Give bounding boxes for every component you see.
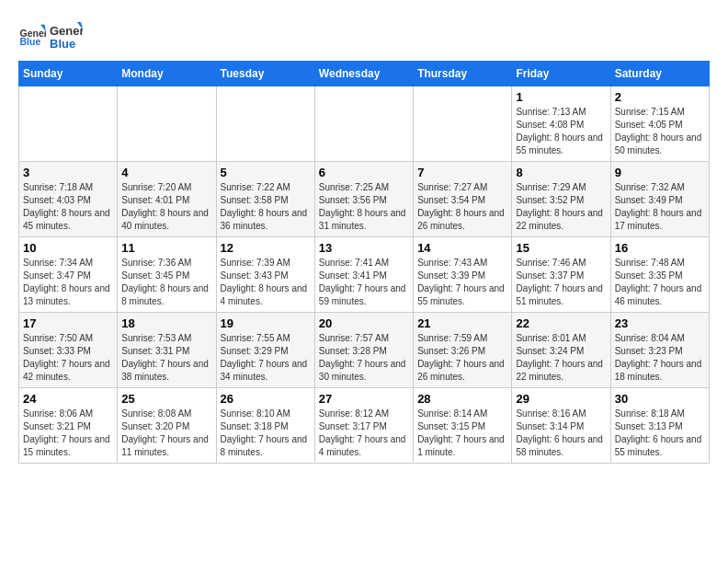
- calendar-cell: [118, 86, 216, 162]
- day-info: Sunrise: 8:10 AM Sunset: 3:18 PM Dayligh…: [221, 408, 311, 459]
- day-number: 2: [615, 90, 705, 104]
- day-info: Sunrise: 7:46 AM Sunset: 3:37 PM Dayligh…: [516, 257, 606, 308]
- day-number: 25: [121, 392, 211, 406]
- calendar-cell: 5Sunrise: 7:22 AM Sunset: 3:58 PM Daylig…: [216, 162, 314, 237]
- day-number: 6: [319, 166, 409, 179]
- day-number: 24: [23, 392, 113, 406]
- day-info: Sunrise: 8:12 AM Sunset: 3:17 PM Dayligh…: [319, 408, 409, 459]
- weekday-header-saturday: Saturday: [610, 62, 709, 86]
- calendar-cell: 6Sunrise: 7:25 AM Sunset: 3:56 PM Daylig…: [314, 162, 413, 237]
- calendar-cell: 4Sunrise: 7:20 AM Sunset: 4:01 PM Daylig…: [118, 162, 216, 237]
- day-number: 21: [417, 316, 507, 330]
- day-number: 8: [516, 166, 606, 179]
- day-info: Sunrise: 8:04 AM Sunset: 3:23 PM Dayligh…: [615, 332, 705, 384]
- svg-text:Blue: Blue: [50, 37, 75, 51]
- day-number: 11: [121, 241, 211, 255]
- day-info: Sunrise: 7:34 AM Sunset: 3:47 PM Dayligh…: [23, 257, 113, 308]
- day-number: 7: [417, 166, 507, 179]
- day-number: 13: [319, 241, 409, 255]
- calendar-cell: 13Sunrise: 7:41 AM Sunset: 3:41 PM Dayli…: [314, 237, 413, 313]
- day-info: Sunrise: 7:22 AM Sunset: 3:58 PM Dayligh…: [221, 181, 311, 233]
- day-info: Sunrise: 7:39 AM Sunset: 3:43 PM Dayligh…: [221, 257, 311, 308]
- weekday-header-thursday: Thursday: [414, 62, 512, 86]
- day-number: 10: [23, 241, 113, 255]
- calendar-cell: 28Sunrise: 8:14 AM Sunset: 3:15 PM Dayli…: [414, 388, 512, 464]
- day-number: 27: [319, 392, 409, 406]
- day-info: Sunrise: 7:29 AM Sunset: 3:52 PM Dayligh…: [516, 181, 606, 233]
- calendar-cell: 30Sunrise: 8:18 AM Sunset: 3:13 PM Dayli…: [610, 388, 709, 464]
- day-info: Sunrise: 7:43 AM Sunset: 3:39 PM Dayligh…: [417, 257, 507, 308]
- calendar-cell: [314, 86, 413, 162]
- day-number: 5: [221, 166, 311, 179]
- day-number: 19: [221, 316, 311, 330]
- day-number: 14: [417, 241, 507, 255]
- day-info: Sunrise: 7:27 AM Sunset: 3:54 PM Dayligh…: [417, 181, 507, 233]
- day-info: Sunrise: 7:55 AM Sunset: 3:29 PM Dayligh…: [221, 332, 311, 384]
- logo-icon: General Blue: [18, 21, 46, 49]
- day-number: 22: [516, 316, 606, 330]
- day-number: 3: [23, 166, 113, 179]
- calendar-cell: 1Sunrise: 7:13 AM Sunset: 4:08 PM Daylig…: [512, 86, 610, 162]
- day-number: 1: [516, 90, 606, 104]
- logo-bird-icon: General Blue: [50, 18, 83, 52]
- calendar-cell: 14Sunrise: 7:43 AM Sunset: 3:39 PM Dayli…: [414, 237, 512, 313]
- calendar-week-row: 24Sunrise: 8:06 AM Sunset: 3:21 PM Dayli…: [19, 388, 710, 464]
- weekday-header-monday: Monday: [118, 62, 216, 86]
- day-number: 17: [23, 316, 113, 330]
- day-info: Sunrise: 8:18 AM Sunset: 3:13 PM Dayligh…: [615, 408, 705, 459]
- day-info: Sunrise: 8:14 AM Sunset: 3:15 PM Dayligh…: [417, 408, 507, 459]
- logo: General Blue General Blue: [18, 18, 83, 52]
- day-info: Sunrise: 7:15 AM Sunset: 4:05 PM Dayligh…: [615, 106, 705, 157]
- day-info: Sunrise: 7:50 AM Sunset: 3:33 PM Dayligh…: [23, 332, 113, 384]
- calendar-cell: 29Sunrise: 8:16 AM Sunset: 3:14 PM Dayli…: [512, 388, 610, 464]
- calendar-week-row: 17Sunrise: 7:50 AM Sunset: 3:33 PM Dayli…: [19, 313, 710, 388]
- calendar-header-row: SundayMondayTuesdayWednesdayThursdayFrid…: [19, 62, 710, 86]
- calendar-cell: 15Sunrise: 7:46 AM Sunset: 3:37 PM Dayli…: [512, 237, 610, 313]
- weekday-header-tuesday: Tuesday: [216, 62, 314, 86]
- day-number: 26: [221, 392, 311, 406]
- calendar-cell: 25Sunrise: 8:08 AM Sunset: 3:20 PM Dayli…: [118, 388, 216, 464]
- day-info: Sunrise: 8:06 AM Sunset: 3:21 PM Dayligh…: [23, 408, 113, 459]
- calendar-cell: 27Sunrise: 8:12 AM Sunset: 3:17 PM Dayli…: [314, 388, 413, 464]
- day-info: Sunrise: 7:13 AM Sunset: 4:08 PM Dayligh…: [516, 106, 606, 157]
- day-info: Sunrise: 7:25 AM Sunset: 3:56 PM Dayligh…: [319, 181, 409, 233]
- weekday-header-sunday: Sunday: [19, 62, 118, 86]
- weekday-header-wednesday: Wednesday: [314, 62, 413, 86]
- calendar-cell: 21Sunrise: 7:59 AM Sunset: 3:26 PM Dayli…: [414, 313, 512, 388]
- day-number: 28: [417, 392, 507, 406]
- calendar-cell: [19, 86, 118, 162]
- weekday-header-friday: Friday: [512, 62, 610, 86]
- day-number: 18: [121, 316, 211, 330]
- day-number: 23: [615, 316, 705, 330]
- day-info: Sunrise: 7:32 AM Sunset: 3:49 PM Dayligh…: [615, 181, 705, 233]
- calendar-cell: 23Sunrise: 8:04 AM Sunset: 3:23 PM Dayli…: [610, 313, 709, 388]
- svg-text:Blue: Blue: [20, 36, 41, 47]
- calendar-cell: 2Sunrise: 7:15 AM Sunset: 4:05 PM Daylig…: [610, 86, 709, 162]
- day-number: 30: [615, 392, 705, 406]
- day-info: Sunrise: 7:41 AM Sunset: 3:41 PM Dayligh…: [319, 257, 409, 308]
- calendar-week-row: 1Sunrise: 7:13 AM Sunset: 4:08 PM Daylig…: [19, 86, 710, 162]
- header: General Blue General Blue: [18, 18, 710, 52]
- calendar-cell: 17Sunrise: 7:50 AM Sunset: 3:33 PM Dayli…: [19, 313, 118, 388]
- calendar-table: SundayMondayTuesdayWednesdayThursdayFrid…: [18, 61, 710, 464]
- calendar-week-row: 10Sunrise: 7:34 AM Sunset: 3:47 PM Dayli…: [19, 237, 710, 313]
- day-number: 20: [319, 316, 409, 330]
- calendar-cell: 3Sunrise: 7:18 AM Sunset: 4:03 PM Daylig…: [19, 162, 118, 237]
- day-number: 15: [516, 241, 606, 255]
- day-info: Sunrise: 7:59 AM Sunset: 3:26 PM Dayligh…: [417, 332, 507, 384]
- day-number: 12: [221, 241, 311, 255]
- day-info: Sunrise: 8:16 AM Sunset: 3:14 PM Dayligh…: [516, 408, 606, 459]
- day-info: Sunrise: 7:53 AM Sunset: 3:31 PM Dayligh…: [121, 332, 211, 384]
- day-number: 16: [615, 241, 705, 255]
- day-info: Sunrise: 7:36 AM Sunset: 3:45 PM Dayligh…: [121, 257, 211, 308]
- calendar-cell: 26Sunrise: 8:10 AM Sunset: 3:18 PM Dayli…: [216, 388, 314, 464]
- calendar-cell: 9Sunrise: 7:32 AM Sunset: 3:49 PM Daylig…: [610, 162, 709, 237]
- svg-text:General: General: [50, 24, 83, 38]
- day-info: Sunrise: 7:57 AM Sunset: 3:28 PM Dayligh…: [319, 332, 409, 384]
- calendar-cell: 19Sunrise: 7:55 AM Sunset: 3:29 PM Dayli…: [216, 313, 314, 388]
- day-info: Sunrise: 7:48 AM Sunset: 3:35 PM Dayligh…: [615, 257, 705, 308]
- calendar-cell: [216, 86, 314, 162]
- calendar-cell: 10Sunrise: 7:34 AM Sunset: 3:47 PM Dayli…: [19, 237, 118, 313]
- day-number: 29: [516, 392, 606, 406]
- day-info: Sunrise: 8:01 AM Sunset: 3:24 PM Dayligh…: [516, 332, 606, 384]
